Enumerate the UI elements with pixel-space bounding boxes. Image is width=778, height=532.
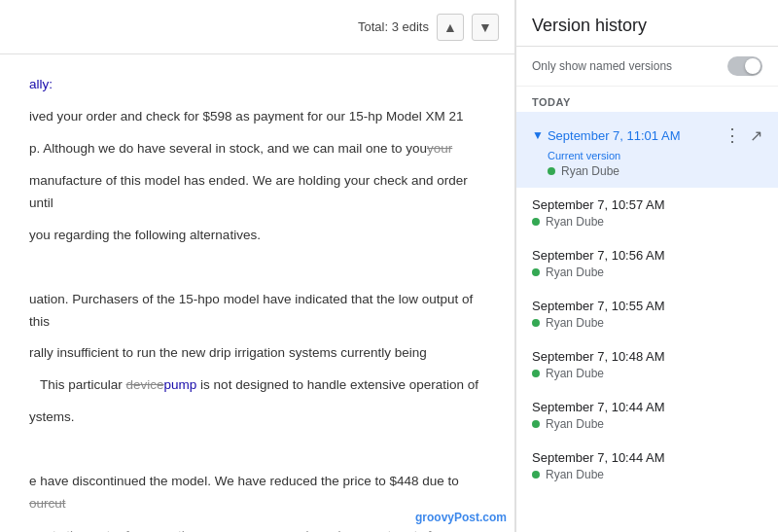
doc-content: ally: ived your order and check for $598… (0, 54, 514, 532)
version-date-1: September 7, 11:01 AM (548, 128, 681, 143)
author-dot-2 (532, 218, 540, 226)
version-item-1-header: ▼ September 7, 11:01 AM ⋮ ↗ (532, 122, 762, 149)
version-item-6[interactable]: September 7, 10:44 AM Ryan Dube (516, 390, 778, 441)
ally-label: ally: (29, 77, 53, 91)
doc-line: you regarding the following alternatives… (29, 225, 485, 247)
version-date-5: September 7, 10:48 AM (532, 349, 665, 364)
doc-line: ally: (29, 74, 485, 96)
filter-label: Only show named versions (532, 59, 672, 73)
doc-line: ystems. (29, 407, 485, 429)
total-edits-label: Total: 3 edits (358, 19, 429, 34)
version-date-row-1: ▼ September 7, 11:01 AM (532, 128, 680, 143)
author-name-5: Ryan Dube (546, 367, 604, 380)
author-name-1: Ryan Dube (561, 164, 619, 178)
version-item-7[interactable]: September 7, 10:44 AM Ryan Dube (516, 441, 778, 491)
version-author-5: Ryan Dube (532, 367, 762, 380)
author-name-3: Ryan Dube (546, 266, 604, 279)
version-item-3-header: September 7, 10:56 AM (532, 248, 762, 263)
version-item-4[interactable]: September 7, 10:55 AM Ryan Dube (516, 289, 778, 339)
author-name-6: Ryan Dube (546, 417, 604, 431)
author-name-7: Ryan Dube (546, 468, 604, 481)
version-item-1[interactable]: ▼ September 7, 11:01 AM ⋮ ↗ Current vers… (516, 112, 778, 188)
version-item-6-header: September 7, 10:44 AM (532, 400, 762, 414)
doc-line: manufacture of this model has ended. We … (29, 170, 485, 215)
doc-toolbar: Total: 3 edits ▲ ▼ (0, 0, 514, 54)
version-author-7: Ryan Dube (532, 468, 762, 481)
version-panel: Version history Only show named versions… (515, 0, 778, 532)
author-dot-4 (532, 319, 540, 327)
author-dot-3 (532, 268, 540, 276)
version-author-6: Ryan Dube (532, 417, 762, 431)
doc-line (29, 257, 485, 279)
author-name-2: Ryan Dube (546, 215, 604, 229)
version-author-3: Ryan Dube (532, 266, 762, 279)
version-author-1: Ryan Dube (548, 164, 762, 178)
version-sublabel-1: Current version (548, 150, 762, 161)
version-panel-header: Version history (516, 0, 778, 47)
strikethrough-text: rranty the motor for more than one year … (29, 528, 477, 532)
doc-line: e have discontinued the model. We have r… (29, 471, 485, 515)
version-author-2: Ryan Dube (532, 215, 762, 229)
version-date-3: September 7, 10:56 AM (532, 248, 665, 263)
version-author-4: Ryan Dube (532, 316, 762, 330)
doc-line: rally insufficient to run the new drip i… (29, 342, 485, 365)
author-dot-7 (532, 471, 540, 479)
named-versions-toggle[interactable] (727, 56, 762, 76)
doc-line: uation. Purchasers of the 15-hpo model h… (29, 289, 485, 334)
section-today-label: TODAY (516, 87, 778, 112)
watermark: groovyPost.com (415, 511, 507, 524)
version-item-2[interactable]: September 7, 10:57 AM Ryan Dube (516, 188, 778, 238)
device-pump-text: devicepump (126, 377, 197, 392)
version-arrow-icon: ▼ (532, 128, 544, 142)
version-date-7: September 7, 10:44 AM (532, 450, 665, 465)
author-dot-5 (532, 370, 540, 377)
version-filter-row: Only show named versions (516, 47, 778, 87)
document-area: Total: 3 edits ▲ ▼ ally: ived your order… (0, 0, 515, 532)
version-date-2: September 7, 10:57 AM (532, 197, 665, 212)
cursor-icon: ↗ (750, 126, 762, 145)
version-panel-title: Version history (532, 16, 762, 36)
nav-up-button[interactable]: ▲ (437, 14, 464, 41)
author-name-4: Ryan Dube (546, 316, 604, 330)
doc-line: p. Although we do have several in stock,… (29, 138, 485, 160)
version-item-5[interactable]: September 7, 10:48 AM Ryan Dube (516, 339, 778, 390)
author-dot-1 (548, 167, 555, 175)
version-item-2-header: September 7, 10:57 AM (532, 197, 762, 212)
version-list: ▼ September 7, 11:01 AM ⋮ ↗ Current vers… (516, 112, 778, 532)
nav-down-button[interactable]: ▼ (472, 14, 499, 41)
version-item-4-header: September 7, 10:55 AM (532, 299, 762, 313)
doc-line: rranty the motor for more than one year … (29, 525, 485, 532)
author-dot-6 (532, 420, 540, 428)
strikethrough-text: your (427, 141, 452, 156)
doc-line: This particular devicepump is not design… (29, 374, 485, 397)
version-date-4: September 7, 10:55 AM (532, 299, 665, 313)
strikethrough-text: ourcut (29, 496, 66, 511)
version-more-button-1[interactable]: ⋮ (719, 122, 746, 149)
version-date-6: September 7, 10:44 AM (532, 400, 665, 414)
doc-line (29, 439, 485, 461)
version-item-3[interactable]: September 7, 10:56 AM Ryan Dube (516, 238, 778, 289)
doc-line: ived your order and check for $598 as pa… (29, 106, 485, 128)
version-item-7-header: September 7, 10:44 AM (532, 450, 762, 465)
version-item-5-header: September 7, 10:48 AM (532, 349, 762, 364)
